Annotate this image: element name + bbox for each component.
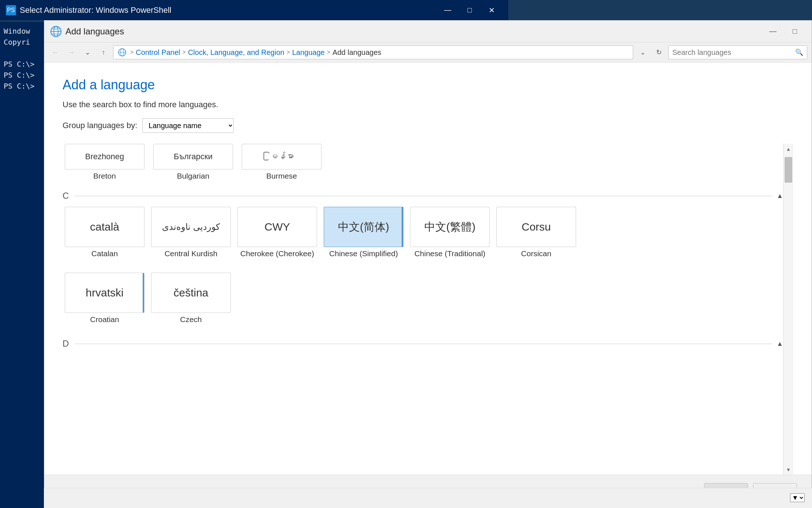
section-d-letter: D — [63, 339, 70, 349]
lang-card-box-chinese-traditional[interactable]: 中文(繁體) — [410, 207, 490, 247]
breadcrumb-control-panel[interactable]: Control Panel — [136, 48, 180, 57]
lang-card-box-catalan[interactable]: català — [65, 207, 144, 247]
ps-icon: PS — [6, 5, 16, 15]
language-scroll-content: Brezhoneg Breton Български Bulgarian မြန… — [63, 144, 783, 475]
breadcrumb-sep-3: > — [327, 49, 330, 56]
lang-card-box-bulgarian[interactable]: Български — [153, 144, 233, 169]
address-bar: ← → ⌄ ↑ > Control Panel > Clock, Languag… — [44, 42, 812, 63]
breadcrumb-sep-1: > — [183, 49, 186, 56]
dropdown-button[interactable]: ⌄ — [81, 46, 94, 59]
ps-titlebar: PS Select Administrator: Windows PowerSh… — [0, 0, 508, 20]
group-by-label: Group languages by: — [63, 121, 137, 130]
ps-title: Select Administrator: Windows PowerShell — [20, 5, 437, 15]
lang-card-label-burmese: Burmese — [266, 172, 297, 180]
page-title: Add a language — [63, 77, 793, 93]
section-c-line — [74, 196, 772, 196]
lang-card-box-croatian[interactable]: hrvatski — [65, 273, 144, 313]
section-c-grid-2: hrvatski Croatian čeština Czech — [63, 273, 783, 331]
bottom-dropdown[interactable]: ▼ — [790, 493, 805, 502]
dialog-icon — [50, 26, 62, 37]
lang-card-label-croatian: Croatian — [90, 315, 119, 324]
section-c-header: C ▲ — [63, 191, 783, 201]
breadcrumb-sep-0: > — [130, 49, 134, 56]
breadcrumb-add-languages: Add languages — [332, 48, 381, 57]
back-button[interactable]: ← — [49, 46, 62, 59]
search-icon: 🔍 — [795, 48, 803, 56]
dialog-minimize-btn[interactable]: — — [762, 21, 784, 41]
scroll-down-btn[interactable]: ▼ — [783, 464, 794, 475]
dialog-content: Add a language Use the search box to fin… — [44, 63, 812, 475]
scrollbar: ▲ ▼ — [783, 144, 793, 475]
dialog-title: Add languages — [65, 26, 762, 37]
group-by-select[interactable]: Language name Script — [142, 118, 234, 133]
section-c-collapse[interactable]: ▲ — [777, 192, 783, 200]
breadcrumb-clock-lang[interactable]: Clock, Language, and Region — [188, 48, 285, 57]
lang-card-chinese-traditional[interactable]: 中文(繁體) Chinese (Traditional) — [408, 207, 492, 258]
lang-card-box-burmese[interactable]: မြန်မာ — [242, 144, 322, 169]
lang-card-chinese-simplified[interactable]: 中文(简体) Chinese (Simplified) — [322, 207, 406, 258]
lang-card-box-chinese-simplified[interactable]: 中文(简体) — [324, 207, 403, 247]
lang-card-catalan[interactable]: català Catalan — [63, 207, 147, 258]
lang-card-box-central-kurdish[interactable]: كوردیی ناوەندی — [151, 207, 231, 247]
scroll-track — [783, 154, 793, 464]
lang-card-burmese[interactable]: မြန်မာ Burmese — [240, 144, 324, 180]
breadcrumb: > Control Panel > Clock, Language, and R… — [113, 45, 633, 59]
dialog-window-controls: — □ — [762, 21, 806, 41]
search-box[interactable]: 🔍 — [668, 45, 807, 59]
lang-card-label-bulgarian: Bulgarian — [177, 172, 210, 180]
lang-card-label-cherokee: Cherokee (Cherokee) — [240, 249, 314, 258]
up-button[interactable]: ↑ — [97, 46, 110, 59]
address-dropdown-btn[interactable]: ⌄ — [636, 46, 649, 59]
section-b-partial: Brezhoneg Breton Български Bulgarian မြန… — [63, 144, 783, 188]
lang-card-bulgarian[interactable]: Български Bulgarian — [151, 144, 235, 180]
lang-card-czech[interactable]: čeština Czech — [149, 273, 233, 324]
lang-card-label-breton: Breton — [93, 172, 116, 180]
lang-card-box-corsican[interactable]: Corsu — [496, 207, 576, 247]
lang-card-label-chinese-simplified: Chinese (Simplified) — [329, 249, 398, 258]
forward-button[interactable]: → — [65, 46, 78, 59]
lang-card-cherokee[interactable]: CWY Cherokee (Cherokee) — [235, 207, 319, 258]
lang-card-box-cherokee[interactable]: CWY — [237, 207, 317, 247]
lang-card-label-catalan: Catalan — [91, 249, 118, 258]
add-languages-dialog: Add languages — □ ← → ⌄ ↑ > Control Pane… — [44, 20, 812, 508]
breadcrumb-language[interactable]: Language — [292, 48, 325, 57]
description: Use the search box to find more language… — [63, 100, 793, 109]
bottom-bar: ▼ — [44, 488, 812, 508]
search-input[interactable] — [672, 48, 792, 57]
ps-close-btn[interactable]: ✕ — [481, 0, 503, 20]
scroll-thumb[interactable] — [785, 157, 792, 183]
section-c-grid: català Catalan كوردیی ناوەندی Central Ku… — [63, 207, 783, 265]
lang-card-box-czech[interactable]: čeština — [151, 273, 231, 313]
section-d-collapse[interactable]: ▲ — [777, 340, 783, 348]
section-d-line — [74, 344, 772, 344]
scroll-up-btn[interactable]: ▲ — [783, 144, 794, 154]
breadcrumb-sep-2: > — [286, 49, 290, 56]
ps-console: WindowCopyriPS C:\>PS C:\>PS C:\> — [0, 22, 44, 508]
ps-maximize-btn[interactable]: □ — [459, 0, 481, 20]
lang-card-central-kurdish[interactable]: كوردیی ناوەندی Central Kurdish — [149, 207, 233, 258]
ps-window-controls: — □ ✕ — [437, 0, 503, 20]
lang-card-label-corsican: Corsican — [521, 249, 552, 258]
ps-minimize-btn[interactable]: — — [437, 0, 459, 20]
section-d-header: D ▲ — [63, 339, 783, 349]
lang-card-breton[interactable]: Brezhoneg Breton — [63, 144, 147, 180]
section-c-letter: C — [63, 191, 70, 201]
dialog-titlebar: Add languages — □ — [44, 20, 812, 42]
lang-card-croatian[interactable]: hrvatski Croatian — [63, 273, 147, 324]
lang-card-label-czech: Czech — [180, 315, 202, 324]
lang-card-corsican[interactable]: Corsu Corsican — [494, 207, 578, 258]
lang-card-box-breton[interactable]: Brezhoneg — [65, 144, 144, 169]
refresh-button[interactable]: ↻ — [652, 46, 665, 59]
lang-card-label-chinese-traditional: Chinese (Traditional) — [414, 249, 485, 258]
language-area: Brezhoneg Breton Български Bulgarian မြန… — [63, 144, 793, 475]
dialog-maximize-btn[interactable]: □ — [784, 21, 806, 41]
lang-card-label-central-kurdish: Central Kurdish — [165, 249, 218, 258]
group-by-row: Group languages by: Language name Script — [63, 118, 793, 133]
ps-console-text: WindowCopyriPS C:\>PS C:\>PS C:\> — [0, 22, 44, 95]
